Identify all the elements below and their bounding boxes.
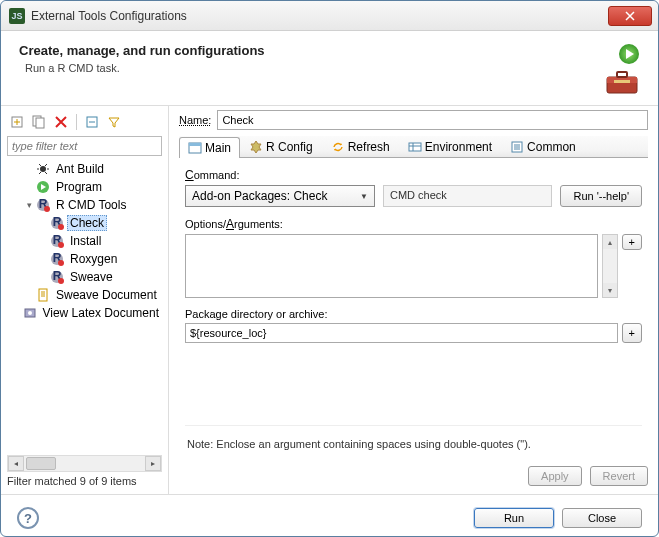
environment-tab-icon — [408, 140, 422, 154]
svg-point-25 — [58, 278, 64, 284]
collapse-all-button[interactable] — [82, 112, 102, 132]
command-combo[interactable]: Add-on Packages: Check ▼ — [185, 185, 375, 207]
refresh-tab-icon — [331, 140, 345, 154]
tab-main[interactable]: Main — [179, 137, 240, 158]
filter-button[interactable] — [104, 112, 124, 132]
run-program-icon — [618, 43, 640, 65]
header-title: Create, manage, and run configurations — [19, 43, 604, 58]
package-variables-button[interactable]: + — [622, 323, 642, 343]
common-tab-icon — [510, 140, 524, 154]
svg-rect-7 — [36, 118, 44, 128]
tree-install[interactable]: RInstall — [7, 232, 162, 250]
twisty-icon[interactable]: ▾ — [23, 200, 35, 210]
tree-roxygen[interactable]: RRoxygen — [7, 250, 162, 268]
svg-point-9 — [40, 166, 46, 172]
filter-input[interactable] — [7, 136, 162, 156]
tab-r-config[interactable]: R Config — [240, 136, 322, 157]
window-title: External Tools Configurations — [31, 9, 608, 23]
note-text: Note: Enclose an argument containing spa… — [185, 425, 642, 454]
dialog-footer: ? Run Close — [1, 494, 658, 537]
tree-program[interactable]: Program — [7, 178, 162, 196]
tab-bar: Main R Config Refresh Environment Common — [179, 136, 648, 158]
svg-point-13 — [44, 206, 50, 212]
svg-point-28 — [28, 311, 32, 315]
name-input[interactable] — [217, 110, 648, 130]
svg-point-22 — [58, 260, 64, 266]
command-label: CCommand:ommand: — [185, 168, 642, 182]
delete-button[interactable] — [51, 112, 71, 132]
r-config-tab-icon — [249, 140, 263, 154]
tree-sweave[interactable]: RSweave — [7, 268, 162, 286]
svg-rect-30 — [189, 143, 201, 146]
package-dir-label: Package directory or archive: — [185, 308, 642, 320]
window-close-button[interactable] — [608, 6, 652, 26]
header-subtitle: Run a R CMD task. — [25, 62, 604, 74]
revert-button[interactable]: Revert — [590, 466, 648, 486]
filter-status: Filter matched 9 of 9 items — [7, 472, 162, 490]
name-label: Name: — [179, 114, 211, 126]
new-config-button[interactable] — [7, 112, 27, 132]
options-label: Options/Arguments: — [185, 217, 642, 231]
tree-sweave-document[interactable]: Sweave Document — [7, 286, 162, 304]
svg-rect-4 — [614, 80, 630, 83]
package-dir-input[interactable] — [185, 323, 618, 343]
svg-rect-31 — [409, 143, 421, 151]
tab-refresh[interactable]: Refresh — [322, 136, 399, 157]
help-button[interactable]: ? — [17, 507, 39, 529]
options-variables-button[interactable]: + — [622, 234, 642, 250]
command-readonly: CMD check — [383, 185, 552, 207]
duplicate-button[interactable] — [29, 112, 49, 132]
right-panel: Name: Main R Config Refresh Environment … — [169, 106, 658, 494]
apply-button[interactable]: Apply — [528, 466, 582, 486]
tab-environment[interactable]: Environment — [399, 136, 501, 157]
run-button[interactable]: Run — [474, 508, 554, 528]
scroll-thumb[interactable] — [26, 457, 56, 470]
window-titlebar: JS External Tools Configurations — [1, 1, 658, 31]
svg-rect-3 — [617, 72, 627, 77]
left-panel: Ant Build Program ▾RR CMD Tools RCheck R… — [1, 106, 169, 494]
options-vscrollbar[interactable]: ▴ ▾ — [602, 234, 618, 298]
run-help-button[interactable]: Run '--help' — [560, 185, 642, 207]
scroll-up-icon[interactable]: ▴ — [603, 235, 617, 249]
tab-common[interactable]: Common — [501, 136, 585, 157]
main-tab-icon — [188, 141, 202, 155]
scroll-down-icon[interactable]: ▾ — [603, 283, 617, 297]
close-button[interactable]: Close — [562, 508, 642, 528]
tree-view-latex-document[interactable]: View Latex Document — [7, 304, 162, 322]
tree-check[interactable]: RCheck — [7, 214, 162, 232]
left-toolbar — [7, 110, 162, 136]
tree-r-cmd-tools[interactable]: ▾RR CMD Tools — [7, 196, 162, 214]
toolbox-icon — [604, 67, 640, 95]
svg-rect-26 — [39, 289, 47, 301]
options-textarea[interactable] — [185, 234, 598, 298]
dialog-header: Create, manage, and run configurations R… — [1, 31, 658, 106]
close-icon — [625, 11, 635, 21]
scroll-left-icon[interactable]: ◂ — [8, 456, 24, 471]
tree-hscrollbar[interactable]: ◂ ▸ — [7, 455, 162, 472]
svg-point-16 — [58, 224, 64, 230]
scroll-right-icon[interactable]: ▸ — [145, 456, 161, 471]
svg-point-19 — [58, 242, 64, 248]
tree-ant-build[interactable]: Ant Build — [7, 160, 162, 178]
chevron-down-icon: ▼ — [360, 192, 368, 201]
app-icon: JS — [9, 8, 25, 24]
config-tree[interactable]: Ant Build Program ▾RR CMD Tools RCheck R… — [7, 160, 162, 453]
